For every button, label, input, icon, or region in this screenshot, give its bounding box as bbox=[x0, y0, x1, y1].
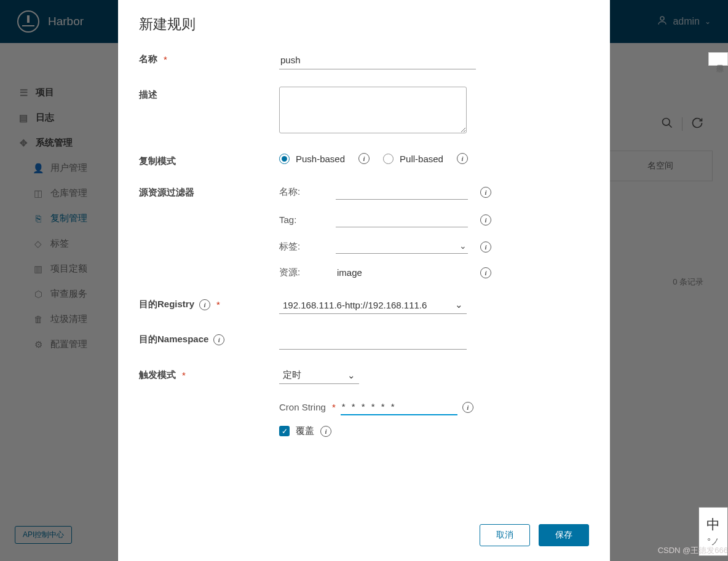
label-dest-namespace: 目的Namespace i bbox=[139, 331, 279, 345]
filter-tag-input[interactable] bbox=[336, 212, 468, 227]
filter-tag-label: Tag: bbox=[279, 214, 323, 225]
row-description: 描述 bbox=[139, 87, 589, 136]
label-description: 描述 bbox=[139, 87, 279, 101]
required-mark: * bbox=[164, 54, 167, 65]
row-filters: 源资源过滤器 名称: i Tag: i 标签: ⌄ i bbox=[139, 184, 589, 279]
chevron-down-icon: ⌄ bbox=[347, 370, 355, 381]
watermark: CSDN @王德发666 bbox=[658, 545, 728, 556]
info-icon[interactable]: i bbox=[199, 299, 210, 310]
required-mark: * bbox=[182, 370, 186, 380]
override-checkbox[interactable]: ✓ bbox=[279, 426, 290, 436]
row-name: 名称 * bbox=[139, 51, 589, 69]
label-text: 目的Registry bbox=[139, 299, 194, 310]
radio-pull-label: Pull-based bbox=[400, 154, 443, 164]
label-text: 触发模式 bbox=[139, 369, 176, 381]
info-icon[interactable]: i bbox=[358, 153, 370, 164]
label-filters: 源资源过滤器 bbox=[139, 184, 279, 198]
required-mark: * bbox=[332, 402, 336, 412]
filter-resource-label: 资源: bbox=[279, 267, 323, 278]
description-input[interactable] bbox=[279, 87, 467, 133]
radio-push-option[interactable]: Push-based bbox=[279, 154, 345, 164]
info-icon[interactable]: i bbox=[457, 153, 468, 164]
trigger-mode-select[interactable]: 定时 ⌄ bbox=[279, 367, 359, 384]
filter-name-input[interactable] bbox=[336, 184, 468, 200]
row-override: ✓ 覆盖 i bbox=[139, 425, 589, 437]
trigger-mode-value: 定时 bbox=[283, 369, 301, 381]
filter-label-row: 标签: ⌄ i bbox=[279, 240, 589, 254]
radio-pull-option[interactable]: Pull-based bbox=[383, 154, 443, 164]
filter-resource-value: image bbox=[336, 266, 468, 279]
cancel-button[interactable]: 取消 bbox=[480, 524, 530, 546]
name-input[interactable] bbox=[279, 51, 476, 69]
row-mode: 复制模式 Push-based i Pull-based i bbox=[139, 153, 589, 167]
label-empty bbox=[139, 425, 279, 428]
row-dest-namespace: 目的Namespace i bbox=[139, 331, 589, 350]
cron-label: Cron String bbox=[279, 402, 326, 412]
radio-push bbox=[279, 154, 290, 164]
dest-namespace-input[interactable] bbox=[279, 331, 467, 350]
label-dest-registry: 目的Registry i * bbox=[139, 296, 279, 310]
radio-push-label: Push-based bbox=[296, 154, 345, 164]
info-icon[interactable]: i bbox=[480, 214, 491, 226]
filter-name-label: 名称: bbox=[279, 186, 323, 198]
info-icon[interactable]: i bbox=[320, 426, 331, 437]
row-dest-registry: 目的Registry i * 192.168.111.6-http://192.… bbox=[139, 296, 589, 314]
cron-row: Cron String * i bbox=[279, 399, 589, 415]
radio-pull bbox=[383, 154, 394, 164]
filter-name-row: 名称: i bbox=[279, 184, 589, 200]
dest-registry-value: 192.168.111.6-http://192.168.111.6 bbox=[283, 300, 427, 310]
label-mode: 复制模式 bbox=[139, 153, 279, 167]
chevron-down-icon: ⌄ bbox=[459, 241, 467, 251]
dialog-footer: 取消 保存 bbox=[118, 514, 610, 561]
dialog-title: 新建规则 bbox=[118, 0, 610, 39]
info-icon[interactable]: i bbox=[480, 267, 491, 278]
event-log-tab[interactable]: 事件日志 bbox=[708, 52, 728, 66]
info-icon[interactable]: i bbox=[480, 187, 491, 198]
label-text: 名称 bbox=[139, 53, 157, 65]
new-rule-dialog: 新建规则 名称 * 描述 复制模式 Push-based bbox=[118, 0, 610, 561]
label-text: 目的Namespace bbox=[139, 334, 208, 345]
info-icon[interactable]: i bbox=[213, 334, 224, 345]
info-icon[interactable]: i bbox=[480, 241, 491, 253]
filter-label-select[interactable]: ⌄ bbox=[336, 240, 468, 254]
dest-registry-select[interactable]: 192.168.111.6-http://192.168.111.6 ⌄ bbox=[279, 296, 467, 314]
save-button[interactable]: 保存 bbox=[539, 524, 589, 546]
label-name: 名称 * bbox=[139, 51, 279, 65]
override-label: 覆盖 bbox=[296, 425, 314, 437]
info-icon[interactable]: i bbox=[462, 402, 473, 413]
ime-top: 中 bbox=[706, 516, 720, 534]
cron-input[interactable] bbox=[341, 399, 457, 415]
dialog-body: 名称 * 描述 复制模式 Push-based i bbox=[118, 39, 610, 514]
label-trigger: 触发模式 * bbox=[139, 367, 279, 381]
chevron-down-icon: ⌄ bbox=[455, 299, 463, 310]
filter-tag-row: Tag: i bbox=[279, 212, 589, 227]
filter-label-label: 标签: bbox=[279, 241, 323, 253]
row-trigger: 触发模式 * 定时 ⌄ Cron String * i bbox=[139, 367, 589, 415]
required-mark: * bbox=[216, 299, 220, 310]
filter-resource-row: 资源: image i bbox=[279, 266, 589, 279]
